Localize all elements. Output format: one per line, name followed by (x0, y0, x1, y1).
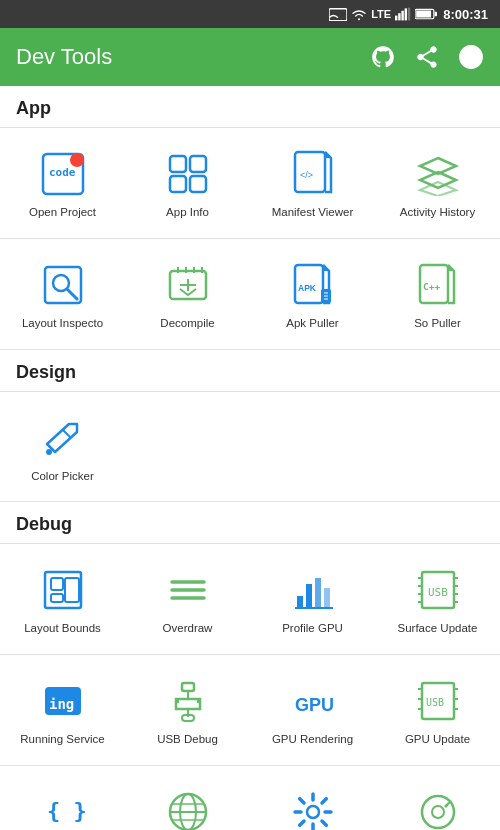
usb-debug-label: USB Debug (157, 733, 218, 747)
open-project-label: Open Project (29, 206, 96, 220)
svg-text:C++: C++ (423, 281, 440, 292)
so-icon: C++ (412, 259, 464, 311)
manifest-icon: </> (287, 148, 339, 200)
so-puller-item[interactable]: C++ So Puller (375, 247, 500, 341)
svg-text:ing: ing (49, 696, 74, 712)
usb-debug-item[interactable]: USB Debug (125, 663, 250, 757)
debug-row-3: { } Developer Optio Locale Set (0, 766, 500, 830)
decompile-item[interactable]: Decompile (125, 247, 250, 341)
svg-rect-0 (329, 9, 347, 21)
debug-row-1: Layout Bounds Overdraw (0, 544, 500, 655)
locale-set-item[interactable]: Locale Set (125, 774, 250, 830)
github-icon[interactable] (370, 44, 396, 70)
manifest-viewer-item[interactable]: </> Manifest Viewer (250, 136, 375, 230)
svg-point-1 (329, 19, 331, 21)
svg-rect-43 (51, 578, 63, 590)
activity-history-item[interactable]: Activity History (375, 136, 500, 230)
running-service-label: Running Service (20, 733, 104, 747)
usbdebug-icon (162, 675, 214, 727)
code-icon: code (37, 148, 89, 200)
settings-item[interactable]: Settings (250, 774, 375, 830)
devopt-icon: { } (37, 786, 89, 830)
pointer-icon (412, 786, 464, 830)
runningservice-icon: ing (37, 675, 89, 727)
svg-point-89 (432, 806, 444, 818)
layout-bounds-item[interactable]: Layout Bounds (0, 552, 125, 646)
running-service-item[interactable]: ing Running Service (0, 663, 125, 757)
svg-text:</>: </> (300, 170, 313, 180)
gpurendering-icon: GPU (287, 675, 339, 727)
svg-rect-52 (324, 588, 330, 608)
cast-icon (329, 7, 347, 21)
debug-row-2: ing Running Service USB Debug (0, 655, 500, 766)
battery-icon (415, 8, 437, 20)
svg-rect-18 (170, 176, 186, 192)
status-icons: LTE 8:00:31 (329, 7, 488, 22)
colorpicker-icon (37, 412, 89, 464)
svg-point-15 (70, 153, 84, 167)
svg-text:APK: APK (298, 283, 317, 293)
surface-update-item[interactable]: USB Surface Update (375, 552, 500, 646)
layout-inspector-label: Layout Inspecto (22, 317, 103, 331)
svg-text:{ }: { } (47, 798, 85, 823)
svg-point-41 (46, 449, 52, 455)
app-info-item[interactable]: App Info (125, 136, 250, 230)
pointer-location-item[interactable]: Pointer Location (375, 774, 500, 830)
layers-icon (412, 148, 464, 200)
color-picker-item[interactable]: Color Picker (0, 400, 125, 494)
app-bar: Dev Tools (0, 28, 500, 86)
svg-rect-17 (190, 156, 206, 172)
lte-label: LTE (371, 8, 391, 20)
svg-line-40 (63, 430, 71, 438)
wifi-icon (351, 7, 367, 21)
open-project-item[interactable]: code Open Project (0, 136, 125, 230)
apk-icon: APK (287, 259, 339, 311)
apk-puller-item[interactable]: APK Apk Puller (250, 247, 375, 341)
share-icon[interactable] (414, 44, 440, 70)
surfaceupdate-icon: USB (412, 564, 464, 616)
svg-rect-6 (408, 8, 410, 21)
color-picker-label: Color Picker (31, 470, 94, 484)
section-header-debug: Debug (0, 502, 500, 544)
so-puller-label: So Puller (414, 317, 461, 331)
svg-rect-66 (182, 683, 194, 691)
svg-rect-49 (297, 596, 303, 608)
app-row-2: Layout Inspecto Decompile (0, 239, 500, 350)
app-bar-actions (370, 44, 484, 70)
svg-rect-9 (435, 12, 437, 17)
svg-rect-50 (306, 584, 312, 608)
app-row-1: code Open Project App Info (0, 128, 500, 239)
svg-text:USB: USB (426, 697, 444, 708)
info-icon[interactable] (458, 44, 484, 70)
svg-line-27 (67, 289, 77, 299)
svg-text:code: code (49, 166, 76, 179)
developer-options-item[interactable]: { } Developer Optio (0, 774, 125, 830)
layout-inspector-item[interactable]: Layout Inspecto (0, 247, 125, 341)
time-label: 8:00:31 (443, 7, 488, 22)
svg-rect-51 (315, 578, 321, 608)
svg-rect-3 (398, 13, 400, 20)
overdraw-item[interactable]: Overdraw (125, 552, 250, 646)
svg-rect-16 (170, 156, 186, 172)
svg-rect-19 (190, 176, 206, 192)
surface-update-label: Surface Update (398, 622, 478, 636)
svg-rect-4 (402, 11, 404, 21)
svg-rect-2 (395, 16, 397, 21)
gpu-update-item[interactable]: USB GPU Update (375, 663, 500, 757)
section-header-design: Design (0, 350, 500, 392)
signal-icon (395, 7, 411, 21)
layout-bounds-label: Layout Bounds (24, 622, 101, 636)
apps-icon (162, 148, 214, 200)
profile-gpu-item[interactable]: Profile GPU (250, 552, 375, 646)
profile-gpu-label: Profile GPU (282, 622, 343, 636)
decompile-label: Decompile (160, 317, 214, 331)
app-bar-title: Dev Tools (16, 44, 112, 70)
gpu-rendering-label: GPU Rendering (272, 733, 353, 747)
gpu-rendering-item[interactable]: GPU GPU Rendering (250, 663, 375, 757)
section-header-app: App (0, 86, 500, 128)
design-row: Color Picker (0, 392, 500, 503)
decompile-icon (162, 259, 214, 311)
svg-text:USB: USB (428, 586, 448, 599)
status-bar: LTE 8:00:31 (0, 0, 500, 28)
svg-point-87 (307, 806, 319, 818)
